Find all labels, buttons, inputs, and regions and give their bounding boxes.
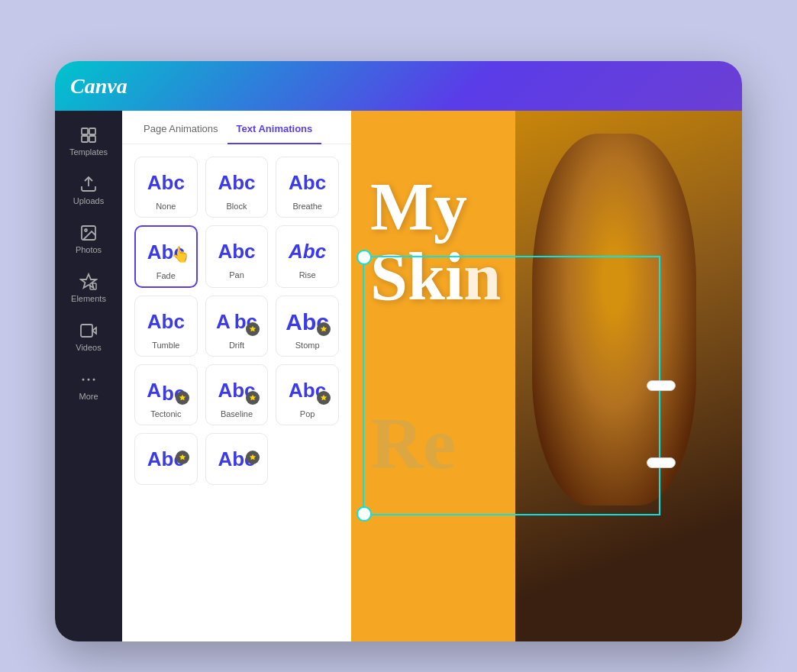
drift-pro-badge: [246, 322, 260, 336]
extra2-pro-badge: [246, 451, 260, 464]
animation-grid: Abc None Abc Block Abc Breathe: [122, 144, 351, 497]
animation-tumble[interactable]: Abc Tumble: [134, 296, 198, 357]
animation-rise[interactable]: Abc Rise: [276, 225, 339, 288]
animation-pop[interactable]: Abc Pop: [276, 364, 339, 425]
animation-breathe[interactable]: Abc Breathe: [276, 157, 339, 218]
animation-pan[interactable]: Abc Pan: [205, 225, 269, 288]
sidebar-item-videos[interactable]: Videos: [60, 314, 118, 360]
animation-block-label: Block: [227, 202, 247, 211]
pop-pro-badge: [317, 391, 331, 405]
sidebar-item-photos[interactable]: Photos: [60, 216, 118, 262]
photos-icon: [79, 224, 98, 242]
panel-tabs: Page Animations Text Animations: [122, 111, 351, 144]
sidebar: Templates Uploads: [55, 111, 122, 641]
videos-label: Videos: [76, 343, 101, 352]
cursor-hand-icon: 👆: [171, 245, 190, 263]
animation-fade-label: Fade: [156, 271, 176, 280]
elements-icon: [79, 273, 98, 291]
slide-text-skin: Skin: [370, 242, 501, 312]
svg-point-12: [93, 379, 95, 381]
animation-tumble-label: Tumble: [152, 341, 179, 350]
tab-text-animations[interactable]: Text Animations: [227, 111, 322, 144]
svg-rect-3: [89, 136, 95, 142]
animation-block[interactable]: Abc Block: [205, 157, 269, 218]
sidebar-item-templates[interactable]: Templates: [60, 118, 118, 164]
slide-text-re: Re: [370, 401, 456, 486]
animation-stomp[interactable]: Abc Stomp: [276, 296, 339, 357]
animation-breathe-preview: Abc: [289, 168, 326, 197]
svg-rect-8: [81, 325, 92, 337]
canvas-area[interactable]: My Skin Re: [351, 111, 742, 641]
animation-pop-label: Pop: [300, 409, 315, 418]
photos-label: Photos: [76, 245, 102, 254]
animation-rise-label: Rise: [299, 270, 316, 279]
canva-logo: Canva: [70, 74, 127, 99]
canvas-slide: My Skin Re: [351, 111, 742, 641]
svg-rect-0: [82, 128, 88, 134]
elements-label: Elements: [71, 294, 106, 303]
slide-text-my: My: [370, 172, 501, 242]
animation-stomp-label: Stomp: [295, 341, 320, 350]
animation-tectonic[interactable]: Abc Tectonic: [134, 364, 198, 425]
uploads-label: Uploads: [73, 196, 104, 205]
animation-pan-label: Pan: [229, 270, 244, 279]
person-face: [532, 134, 696, 506]
animation-drift-label: Drift: [229, 341, 244, 350]
extra1-pro-badge: [176, 451, 189, 464]
tectonic-pro-badge: [176, 391, 189, 405]
animation-none-preview: Abc: [147, 168, 185, 197]
animation-fade[interactable]: Abc Fade 👆: [134, 225, 198, 288]
animation-tumble-preview: Abc: [147, 307, 185, 336]
animation-none-label: None: [156, 202, 176, 211]
animation-extra1[interactable]: Abc: [134, 433, 198, 485]
svg-rect-1: [89, 128, 95, 134]
sidebar-item-uploads[interactable]: Uploads: [60, 167, 118, 213]
templates-label: Templates: [69, 147, 108, 157]
handle-top-left[interactable]: [357, 250, 372, 265]
animation-tectonic-label: Tectonic: [150, 409, 181, 418]
more-icon: [79, 370, 98, 389]
sidebar-item-elements[interactable]: Elements: [60, 265, 118, 311]
more-label: More: [79, 392, 98, 401]
stomp-pro-badge: [317, 322, 331, 336]
templates-icon: [79, 126, 98, 144]
device-frame: Canva Templates: [55, 61, 742, 641]
slide-text-my-skin: My Skin: [370, 172, 501, 313]
animation-block-preview: Abc: [218, 168, 255, 197]
animation-baseline-label: Baseline: [221, 409, 253, 418]
videos-icon: [79, 321, 98, 340]
animation-pan-preview: Abc: [218, 237, 255, 266]
svg-point-11: [88, 379, 90, 381]
svg-point-6: [85, 229, 87, 231]
handle-bottom-left[interactable]: [357, 506, 372, 522]
app-body: Templates Uploads: [55, 111, 742, 641]
sidebar-item-more[interactable]: More: [60, 363, 118, 409]
device-wrapper: Canva Templates: [55, 61, 742, 641]
svg-point-10: [82, 379, 85, 381]
app-header: Canva: [55, 61, 742, 111]
animation-breathe-label: Breathe: [292, 202, 322, 211]
animation-drift[interactable]: Abc Drift: [205, 296, 269, 357]
animation-extra2[interactable]: Abc: [205, 433, 269, 485]
baseline-pro-badge: [246, 391, 260, 405]
animation-none[interactable]: Abc None: [134, 157, 198, 218]
animation-rise-preview: Abc: [289, 237, 326, 266]
animation-baseline[interactable]: Abc Baseline: [205, 364, 269, 425]
svg-rect-2: [82, 136, 88, 142]
uploads-icon: [79, 175, 98, 193]
tab-page-animations[interactable]: Page Animations: [134, 111, 227, 144]
animations-panel: Page Animations Text Animations Abc None…: [122, 111, 351, 641]
